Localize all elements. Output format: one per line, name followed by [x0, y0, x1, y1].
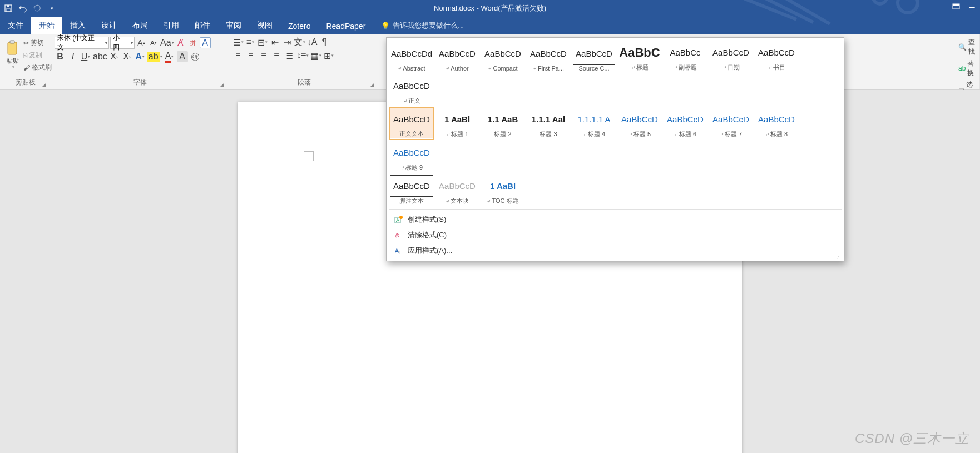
clear-format-action[interactable]: A̷ 清除格式(C): [389, 227, 842, 243]
increase-indent-button[interactable]: ⇥: [281, 37, 293, 48]
minimize-icon[interactable]: ‒: [967, 2, 977, 12]
replace-icon: ab: [958, 64, 966, 72]
style-item--4[interactable]: 1.1.1.1 A⤶标题 4: [572, 107, 616, 140]
style-item--[interactable]: AaBbCcD⤶日期: [709, 41, 753, 73]
dialog-launcher-icon[interactable]: ◢: [370, 82, 374, 87]
bullets-button[interactable]: ☰▾: [232, 37, 244, 48]
linked-style-icon: ⤶: [722, 65, 727, 71]
save-icon[interactable]: [3, 3, 13, 13]
strikethrough-button[interactable]: abc: [93, 51, 107, 62]
style-item--[interactable]: AaBbCcD⤶书目: [754, 41, 799, 73]
linked-style-icon: ⤶: [487, 198, 491, 204]
character-border-button[interactable]: A: [200, 37, 211, 48]
style-item--9[interactable]: AaBbCcD⤶标题 9: [389, 141, 434, 173]
copy-button[interactable]: ⎘复制: [22, 50, 53, 61]
tab-insert[interactable]: 插入: [62, 17, 93, 34]
style-item--[interactable]: AaBbCcD⤶正文: [389, 74, 434, 106]
create-style-action[interactable]: A 创建样式(S): [389, 212, 842, 227]
align-left-button[interactable]: ≡: [232, 50, 244, 61]
underline-button[interactable]: U▾: [80, 51, 91, 62]
style-item--[interactable]: AaBbCc⤶副标题: [663, 41, 707, 73]
superscript-button[interactable]: X2: [122, 51, 133, 62]
tab-references[interactable]: 引用: [156, 17, 187, 34]
linked-style-icon: ⤶: [628, 132, 633, 137]
tab-file[interactable]: 文件: [0, 17, 31, 34]
format-painter-button[interactable]: 🖌格式刷: [22, 62, 53, 73]
tab-review[interactable]: 审阅: [218, 17, 249, 34]
undo-icon[interactable]: [18, 3, 28, 13]
apply-style-action[interactable]: A¶ 应用样式(A)...: [389, 243, 842, 258]
numbering-button[interactable]: ≡▾: [245, 37, 256, 48]
bold-button[interactable]: B: [55, 51, 66, 62]
style-item--3[interactable]: 1.1.1 Aal标题 3: [526, 107, 571, 140]
tab-mailings[interactable]: 邮件: [187, 17, 218, 34]
tab-home[interactable]: 开始: [31, 17, 62, 34]
style-item--[interactable]: AaBbCcD脚注文本: [389, 174, 434, 206]
align-center-button[interactable]: ≡: [245, 50, 256, 61]
dialog-launcher-icon[interactable]: ◢: [42, 82, 46, 87]
enclose-characters-button[interactable]: ㊕: [190, 51, 201, 62]
subscript-button[interactable]: X2: [109, 51, 120, 62]
highlight-button[interactable]: ab▾: [147, 51, 162, 62]
tab-design[interactable]: 设计: [93, 17, 125, 34]
linked-style-icon: ⤶: [488, 66, 492, 71]
justify-button[interactable]: ≡: [271, 50, 282, 61]
style-item-first-pa-[interactable]: AaBbCcD⤶First Pa...: [526, 41, 571, 73]
tab-zotero[interactable]: Zotero: [280, 18, 318, 34]
tab-readpaper[interactable]: ReadPaper: [318, 18, 373, 34]
distributed-button[interactable]: ≣: [284, 50, 295, 61]
text-caret: [314, 172, 314, 182]
tell-me-search[interactable]: 💡 告诉我您想要做什么...: [373, 17, 472, 34]
style-item--8[interactable]: AaBbCcD⤶标题 8: [754, 107, 799, 140]
grow-font-button[interactable]: A▴: [136, 37, 147, 48]
change-case-button[interactable]: Aa▾: [160, 37, 174, 48]
style-item--5[interactable]: AaBbCcD⤶标题 5: [617, 107, 662, 140]
style-preview: 1.1 AaB: [482, 108, 524, 130]
linked-style-icon: ⤶: [446, 198, 450, 204]
shading-button[interactable]: ▦▾: [310, 50, 321, 61]
show-hide-button[interactable]: ¶: [319, 37, 330, 48]
style-item-compact[interactable]: AaBbCcD⤶Compact: [481, 41, 525, 73]
font-size-combo[interactable]: 小四▾: [110, 37, 135, 49]
font-color-button[interactable]: A▾: [164, 51, 175, 62]
style-item--[interactable]: AaBbCcD⤶文本块: [435, 174, 479, 206]
line-spacing-button[interactable]: ↕≡▾: [296, 50, 309, 61]
style-item--1[interactable]: 1 AaBl⤶标题 1: [435, 107, 479, 140]
chevron-down-icon: ▾: [105, 41, 107, 46]
text-effects-button[interactable]: A▾: [135, 51, 146, 62]
tab-view[interactable]: 视图: [249, 17, 280, 34]
dialog-launcher-icon[interactable]: ◢: [220, 82, 224, 87]
style-item--2[interactable]: 1.1 AaB标题 2: [481, 107, 525, 140]
paste-label: 粘贴: [7, 57, 19, 65]
style-item-author[interactable]: AaBbCcD⤶Author: [435, 41, 479, 73]
replace-button[interactable]: ab替换: [958, 58, 976, 79]
phonetic-guide-button[interactable]: 拼: [187, 37, 199, 48]
asian-layout-button[interactable]: 文▾: [294, 37, 305, 48]
paste-button[interactable]: 粘贴 ▾: [3, 37, 22, 73]
find-button[interactable]: 🔍查找: [958, 37, 976, 58]
style-item--7[interactable]: AaBbCcD⤶标题 7: [709, 107, 753, 140]
font-name-combo[interactable]: 宋体 (中文正文▾: [55, 37, 109, 49]
align-right-button[interactable]: ≡: [258, 50, 269, 61]
linked-style-icon: ⤶: [446, 132, 451, 137]
character-shading-button[interactable]: A: [177, 51, 188, 62]
tab-layout[interactable]: 布局: [125, 17, 156, 34]
multilevel-list-button[interactable]: ⊟▾: [257, 37, 268, 48]
style-item--[interactable]: AaBbCcD正文文本: [389, 107, 434, 140]
redo-icon[interactable]: [32, 3, 42, 13]
borders-button[interactable]: ⊞▾: [323, 50, 334, 61]
resize-grip-icon[interactable]: ⋰: [836, 253, 842, 260]
style-item-toc-[interactable]: 1 AaBl⤶TOC 标题: [481, 174, 525, 206]
decrease-indent-button[interactable]: ⇤: [269, 37, 280, 48]
style-item--[interactable]: AaBbC⤶标题: [617, 41, 662, 73]
italic-button[interactable]: I: [67, 51, 78, 62]
qat-customize-icon[interactable]: ▾: [47, 3, 57, 13]
cut-button[interactable]: ✂剪切: [22, 38, 53, 48]
clear-formatting-button[interactable]: A̸: [175, 37, 186, 48]
sort-button[interactable]: ↓A: [306, 37, 318, 48]
style-item--6[interactable]: AaBbCcD⤶标题 6: [663, 107, 707, 140]
ribbon-options-icon[interactable]: [951, 2, 961, 12]
style-item-source-c-[interactable]: AaBbCcDSource C...: [572, 41, 616, 73]
style-item-abstract[interactable]: AaBbCcDd⤶Abstract: [389, 41, 434, 73]
shrink-font-button[interactable]: A▾: [148, 37, 159, 48]
